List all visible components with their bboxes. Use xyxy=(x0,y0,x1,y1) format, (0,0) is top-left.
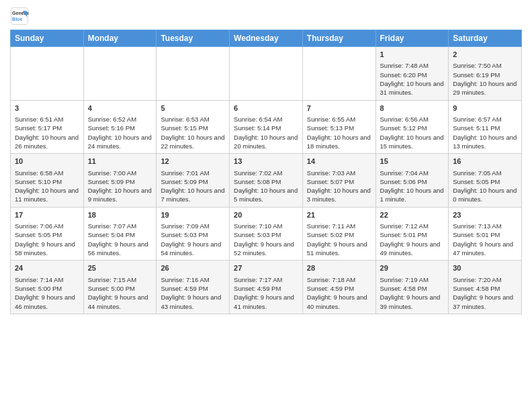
day-info: Sunrise: 7:18 AM Sunset: 4:59 PM Dayligh… xyxy=(307,275,371,311)
calendar-day-4: 4Sunrise: 6:52 AM Sunset: 5:16 PM Daylig… xyxy=(83,100,157,154)
day-info: Sunrise: 6:58 AM Sunset: 5:10 PM Dayligh… xyxy=(15,169,79,204)
day-info: Sunrise: 7:17 AM Sunset: 4:59 PM Dayligh… xyxy=(234,275,298,311)
calendar-day-11: 11Sunrise: 7:00 AM Sunset: 5:09 PM Dayli… xyxy=(83,154,157,208)
day-info: Sunrise: 7:15 AM Sunset: 5:00 PM Dayligh… xyxy=(88,275,152,311)
calendar-empty-cell xyxy=(230,47,303,101)
calendar-week-row: 17Sunrise: 7:06 AM Sunset: 5:05 PM Dayli… xyxy=(11,207,522,261)
calendar-day-25: 25Sunrise: 7:15 AM Sunset: 5:00 PM Dayli… xyxy=(83,261,157,314)
day-number: 22 xyxy=(380,210,445,220)
day-info: Sunrise: 7:06 AM Sunset: 5:05 PM Dayligh… xyxy=(15,222,79,257)
calendar-empty-cell xyxy=(157,47,230,101)
calendar-week-row: 10Sunrise: 6:58 AM Sunset: 5:10 PM Dayli… xyxy=(11,154,522,208)
calendar-day-21: 21Sunrise: 7:11 AM Sunset: 5:02 PM Dayli… xyxy=(302,207,375,261)
calendar-day-8: 8Sunrise: 6:56 AM Sunset: 5:12 PM Daylig… xyxy=(375,100,449,154)
day-info: Sunrise: 6:53 AM Sunset: 5:15 PM Dayligh… xyxy=(161,115,225,150)
day-number: 8 xyxy=(380,103,445,113)
day-number: 12 xyxy=(161,156,225,167)
day-number: 26 xyxy=(161,263,225,273)
day-info: Sunrise: 7:48 AM Sunset: 6:20 PM Dayligh… xyxy=(380,61,445,97)
day-info: Sunrise: 7:01 AM Sunset: 5:09 PM Dayligh… xyxy=(161,169,225,204)
weekday-header-monday: Monday xyxy=(83,30,157,47)
day-number: 19 xyxy=(161,210,225,220)
day-number: 20 xyxy=(234,210,298,220)
day-info: Sunrise: 7:02 AM Sunset: 5:08 PM Dayligh… xyxy=(234,169,298,204)
day-number: 25 xyxy=(88,263,152,273)
day-info: Sunrise: 7:13 AM Sunset: 5:01 PM Dayligh… xyxy=(453,222,517,257)
calendar-day-7: 7Sunrise: 6:55 AM Sunset: 5:13 PM Daylig… xyxy=(302,100,375,154)
day-number: 5 xyxy=(161,103,225,113)
weekday-header-tuesday: Tuesday xyxy=(157,30,230,47)
day-info: Sunrise: 7:00 AM Sunset: 5:09 PM Dayligh… xyxy=(88,169,152,204)
day-number: 13 xyxy=(234,156,298,167)
day-info: Sunrise: 7:20 AM Sunset: 4:58 PM Dayligh… xyxy=(453,275,517,311)
day-number: 18 xyxy=(88,210,152,220)
day-number: 9 xyxy=(453,103,517,113)
day-number: 28 xyxy=(307,263,371,273)
day-info: Sunrise: 6:56 AM Sunset: 5:12 PM Dayligh… xyxy=(380,115,445,150)
day-number: 29 xyxy=(380,263,445,273)
calendar-day-27: 27Sunrise: 7:17 AM Sunset: 4:59 PM Dayli… xyxy=(230,261,303,314)
day-number: 27 xyxy=(234,263,298,273)
day-number: 4 xyxy=(88,103,152,113)
svg-rect-0 xyxy=(11,8,28,25)
svg-text:Blue: Blue xyxy=(12,17,22,21)
calendar-day-23: 23Sunrise: 7:13 AM Sunset: 5:01 PM Dayli… xyxy=(449,207,522,261)
day-number: 21 xyxy=(307,210,371,220)
weekday-header-saturday: Saturday xyxy=(449,30,522,47)
day-number: 24 xyxy=(15,263,79,273)
day-number: 30 xyxy=(453,263,517,273)
calendar-day-9: 9Sunrise: 6:57 AM Sunset: 5:11 PM Daylig… xyxy=(449,100,522,154)
calendar-day-30: 30Sunrise: 7:20 AM Sunset: 4:58 PM Dayli… xyxy=(449,261,522,314)
day-number: 2 xyxy=(453,50,517,60)
calendar-day-12: 12Sunrise: 7:01 AM Sunset: 5:09 PM Dayli… xyxy=(157,154,230,208)
calendar-day-19: 19Sunrise: 7:09 AM Sunset: 5:03 PM Dayli… xyxy=(157,207,230,261)
day-info: Sunrise: 7:05 AM Sunset: 5:05 PM Dayligh… xyxy=(453,169,517,204)
calendar-empty-cell xyxy=(302,47,375,101)
weekday-header-thursday: Thursday xyxy=(302,30,375,47)
day-info: Sunrise: 7:11 AM Sunset: 5:02 PM Dayligh… xyxy=(307,222,371,257)
calendar-day-18: 18Sunrise: 7:07 AM Sunset: 5:04 PM Dayli… xyxy=(83,207,157,261)
calendar-table: SundayMondayTuesdayWednesdayThursdayFrid… xyxy=(10,30,522,314)
day-info: Sunrise: 7:50 AM Sunset: 6:19 PM Dayligh… xyxy=(453,61,517,97)
day-info: Sunrise: 6:51 AM Sunset: 5:17 PM Dayligh… xyxy=(15,115,79,150)
calendar-day-10: 10Sunrise: 6:58 AM Sunset: 5:10 PM Dayli… xyxy=(11,154,84,208)
calendar-day-1: 1Sunrise: 7:48 AM Sunset: 6:20 PM Daylig… xyxy=(375,47,449,101)
calendar-day-28: 28Sunrise: 7:18 AM Sunset: 4:59 PM Dayli… xyxy=(302,261,375,314)
calendar-day-20: 20Sunrise: 7:10 AM Sunset: 5:03 PM Dayli… xyxy=(230,207,303,261)
day-number: 7 xyxy=(307,103,371,113)
logo: General Blue xyxy=(10,7,29,26)
calendar-day-3: 3Sunrise: 6:51 AM Sunset: 5:17 PM Daylig… xyxy=(11,100,84,154)
day-number: 15 xyxy=(380,156,445,167)
day-info: Sunrise: 6:57 AM Sunset: 5:11 PM Dayligh… xyxy=(453,115,517,150)
weekday-header-row: SundayMondayTuesdayWednesdayThursdayFrid… xyxy=(11,30,522,47)
day-info: Sunrise: 7:03 AM Sunset: 5:07 PM Dayligh… xyxy=(307,169,371,204)
day-info: Sunrise: 7:12 AM Sunset: 5:01 PM Dayligh… xyxy=(380,222,445,257)
day-number: 10 xyxy=(15,156,79,167)
calendar-day-15: 15Sunrise: 7:04 AM Sunset: 5:06 PM Dayli… xyxy=(375,154,449,208)
day-info: Sunrise: 7:09 AM Sunset: 5:03 PM Dayligh… xyxy=(161,222,225,257)
day-info: Sunrise: 7:14 AM Sunset: 5:00 PM Dayligh… xyxy=(15,275,79,311)
weekday-header-wednesday: Wednesday xyxy=(230,30,303,47)
calendar-day-6: 6Sunrise: 6:54 AM Sunset: 5:14 PM Daylig… xyxy=(230,100,303,154)
day-info: Sunrise: 7:07 AM Sunset: 5:04 PM Dayligh… xyxy=(88,222,152,257)
day-number: 23 xyxy=(453,210,517,220)
page-header: General Blue xyxy=(10,7,522,26)
calendar-day-22: 22Sunrise: 7:12 AM Sunset: 5:01 PM Dayli… xyxy=(375,207,449,261)
day-info: Sunrise: 6:55 AM Sunset: 5:13 PM Dayligh… xyxy=(307,115,371,150)
day-number: 6 xyxy=(234,103,298,113)
calendar-empty-cell xyxy=(83,47,157,101)
day-info: Sunrise: 7:19 AM Sunset: 4:58 PM Dayligh… xyxy=(380,275,445,311)
day-number: 11 xyxy=(88,156,152,167)
calendar-day-29: 29Sunrise: 7:19 AM Sunset: 4:58 PM Dayli… xyxy=(375,261,449,314)
day-info: Sunrise: 7:10 AM Sunset: 5:03 PM Dayligh… xyxy=(234,222,298,257)
weekday-header-friday: Friday xyxy=(375,30,449,47)
calendar-week-row: 1Sunrise: 7:48 AM Sunset: 6:20 PM Daylig… xyxy=(11,47,522,101)
calendar-week-row: 3Sunrise: 6:51 AM Sunset: 5:17 PM Daylig… xyxy=(11,100,522,154)
day-info: Sunrise: 6:52 AM Sunset: 5:16 PM Dayligh… xyxy=(88,115,152,150)
calendar-empty-cell xyxy=(11,47,84,101)
day-info: Sunrise: 7:04 AM Sunset: 5:06 PM Dayligh… xyxy=(380,169,445,204)
calendar-day-16: 16Sunrise: 7:05 AM Sunset: 5:05 PM Dayli… xyxy=(449,154,522,208)
calendar-day-24: 24Sunrise: 7:14 AM Sunset: 5:00 PM Dayli… xyxy=(11,261,84,314)
calendar-day-17: 17Sunrise: 7:06 AM Sunset: 5:05 PM Dayli… xyxy=(11,207,84,261)
day-number: 3 xyxy=(15,103,79,113)
